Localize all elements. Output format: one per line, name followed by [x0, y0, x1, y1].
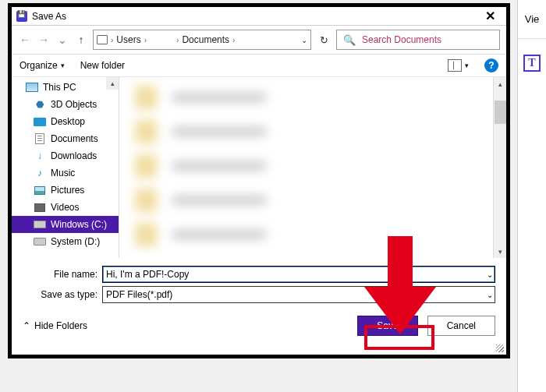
search-box[interactable]: 🔍 Search Documents	[336, 30, 500, 50]
app-icon	[16, 11, 27, 22]
breadcrumb-chevron-icon[interactable]: ›	[144, 36, 147, 44]
breadcrumb-chevron-icon[interactable]: ›	[232, 36, 235, 44]
tree-item-music[interactable]: ♪Music	[12, 164, 119, 182]
toolbar: Organize ▾ New folder ▾ ?	[12, 54, 506, 77]
save-as-dialog: Save As ✕ ← → ⌄ ↑ › Users › › Documents …	[8, 3, 510, 358]
pc-icon	[26, 83, 38, 92]
pc-icon	[97, 35, 108, 44]
view-options-button[interactable]: ▾	[448, 59, 469, 72]
ribbon-tab-view[interactable]: Vie	[518, 0, 546, 39]
saveastype-label: Save as type:	[23, 289, 98, 300]
tree-item-videos[interactable]: Videos	[12, 199, 119, 216]
videos-icon	[34, 203, 45, 212]
breadcrumb-chevron-icon[interactable]: ›	[176, 36, 179, 44]
filename-input[interactable]: Hi, I'm a PDF!-Copy ⌄	[102, 266, 495, 283]
tree-scroll-up-button[interactable]: ▴	[106, 77, 119, 90]
background-app: Vie T	[517, 0, 546, 392]
address-dropdown-icon[interactable]: ⌄	[301, 36, 307, 44]
organize-menu[interactable]: Organize ▾	[20, 60, 65, 71]
file-list-scrollbar[interactable]: ▴ ▾	[493, 77, 506, 258]
tree-item-desktop[interactable]: Desktop	[12, 113, 119, 130]
music-icon: ♪	[34, 168, 46, 178]
back-button[interactable]: ←	[18, 33, 32, 47]
scroll-up-button[interactable]: ▴	[494, 77, 506, 90]
document-icon	[35, 133, 44, 144]
resize-grip[interactable]	[496, 344, 504, 352]
cancel-button[interactable]: Cancel	[427, 316, 495, 336]
tree-item-pictures[interactable]: Pictures	[12, 182, 119, 199]
new-folder-button[interactable]: New folder	[80, 60, 125, 71]
cube-icon: ⬣	[34, 99, 46, 110]
breadcrumb-users[interactable]: Users	[116, 34, 140, 45]
desktop-icon	[34, 118, 46, 126]
breadcrumb-documents[interactable]: Documents	[182, 34, 229, 45]
scroll-down-button[interactable]: ▾	[494, 245, 506, 258]
tree-item-d-drive[interactable]: System (D:)	[12, 233, 119, 250]
tree-item-this-pc[interactable]: This PC	[12, 79, 119, 96]
dialog-title: Save As	[32, 11, 478, 22]
file-list[interactable]: ▴ ▾	[119, 77, 506, 258]
breadcrumb-chevron-icon[interactable]: ›	[111, 36, 113, 44]
scroll-thumb[interactable]	[495, 101, 506, 124]
tree-item-documents[interactable]: Documents	[12, 130, 119, 147]
drive-icon	[34, 221, 46, 228]
fields-panel: File name: Hi, I'm a PDF!-Copy ⌄ Save as…	[12, 258, 506, 308]
tree-item-downloads[interactable]: ↓Downloads	[12, 147, 119, 164]
caret-down-icon: ▾	[465, 62, 469, 69]
caret-down-icon: ▾	[61, 62, 65, 69]
recent-locations-button[interactable]: ⌄	[55, 33, 69, 47]
drive-icon	[34, 238, 46, 245]
folder-tree[interactable]: ▴ This PC ⬣3D Objects Desktop Documents …	[12, 77, 119, 258]
save-button[interactable]: Save	[357, 316, 417, 336]
refresh-button[interactable]: ↻	[316, 33, 332, 47]
saveastype-select[interactable]: PDF Files(*.pdf) ⌄	[102, 286, 495, 303]
filename-label: File name:	[23, 269, 98, 280]
dialog-body: ▴ This PC ⬣3D Objects Desktop Documents …	[12, 77, 506, 258]
file-list-blurred	[135, 80, 488, 255]
pictures-icon	[34, 186, 45, 195]
close-button[interactable]: ✕	[478, 9, 502, 24]
text-tool-icon[interactable]: T	[523, 55, 541, 72]
caret-down-icon[interactable]: ⌄	[487, 270, 493, 279]
chevron-up-icon: ⌃	[23, 320, 30, 331]
search-icon: 🔍	[343, 34, 356, 46]
dialog-footer: ⌃ Hide Folders Save Cancel	[12, 308, 506, 344]
titlebar: Save As ✕	[12, 7, 506, 26]
up-button[interactable]: ↑	[74, 33, 88, 47]
nav-row: ← → ⌄ ↑ › Users › › Documents › ⌄ ↻ 🔍 Se…	[12, 26, 506, 54]
hide-folders-button[interactable]: ⌃ Hide Folders	[23, 320, 87, 331]
tree-item-c-drive[interactable]: Windows (C:)	[12, 216, 119, 233]
caret-down-icon[interactable]: ⌄	[487, 291, 493, 299]
address-bar[interactable]: › Users › › Documents › ⌄	[93, 30, 311, 50]
help-button[interactable]: ?	[484, 58, 498, 72]
view-icon	[448, 59, 462, 72]
search-placeholder: Search Documents	[362, 34, 441, 45]
download-icon: ↓	[34, 150, 46, 161]
forward-button: →	[37, 33, 51, 47]
tree-item-3d-objects[interactable]: ⬣3D Objects	[12, 96, 119, 113]
